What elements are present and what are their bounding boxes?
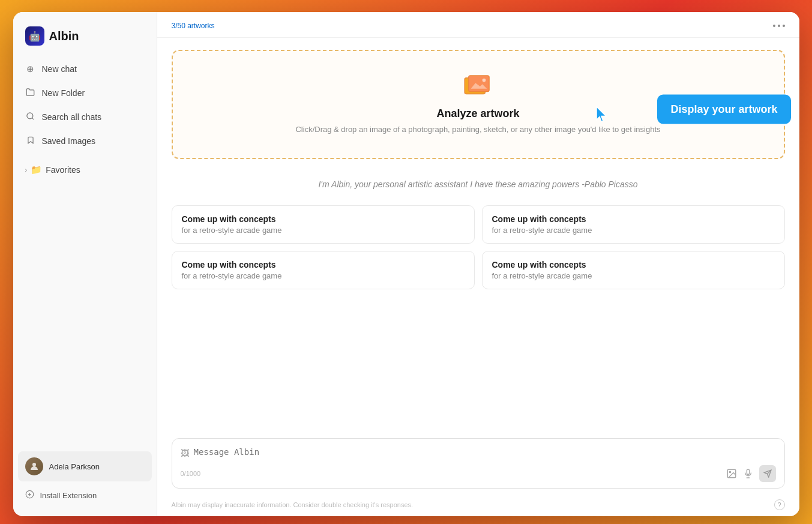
sidebar: 🤖 Albin ⊕ New chat New Folder Search all… (13, 12, 157, 516)
app-name: Albin (49, 29, 79, 43)
suggestion-title: Come up with concepts (492, 260, 775, 270)
install-extension[interactable]: Install Extension (18, 484, 152, 507)
install-icon (25, 490, 34, 501)
suggestion-card[interactable]: Come up with concepts for a retro-style … (482, 205, 785, 244)
tooltip-text: Display your artwork (670, 103, 777, 116)
suggestion-subtitle: for a retro-style arcade game (492, 271, 775, 280)
display-artwork-tooltip[interactable]: Display your artwork (657, 95, 790, 124)
suggestion-card[interactable]: Come up with concepts for a retro-style … (172, 205, 475, 244)
artwork-upload-icon (464, 75, 493, 99)
upload-zone-subtitle: Click/Drag & drop an image of a photogra… (185, 125, 772, 134)
sidebar-item-label: Saved Images (42, 136, 96, 146)
svg-rect-12 (747, 469, 749, 475)
input-area: 🖼 0/1000 (157, 438, 799, 496)
sidebar-bottom: Adela Parkson Install Extension (13, 447, 157, 507)
svg-rect-8 (468, 76, 489, 92)
logo-icon: 🤖 (25, 26, 44, 46)
svg-point-0 (27, 113, 33, 119)
image-attach-button[interactable] (726, 468, 737, 479)
sidebar-item-label: New Folder (42, 88, 85, 98)
sidebar-item-new-folder[interactable]: New Folder (18, 82, 152, 104)
upload-zone-container: Analyze artwork Click/Drag & drop an ima… (172, 50, 785, 169)
main-header: 3/50 artworks (157, 12, 799, 38)
more-options-button[interactable] (773, 25, 785, 27)
suggestion-title: Come up with concepts (182, 260, 465, 270)
favorites-label: Favorites (46, 165, 80, 175)
tagline: I'm Albin, your personal artistic assist… (172, 178, 785, 191)
sidebar-item-new-chat[interactable]: ⊕ New chat (18, 58, 152, 80)
sidebar-item-label: Search all chats (42, 112, 102, 122)
install-label: Install Extension (40, 491, 97, 500)
suggestion-card[interactable]: Come up with concepts for a retro-style … (172, 251, 475, 289)
suggestion-subtitle: for a retro-style arcade game (492, 226, 775, 235)
main-content: 3/50 artworks (157, 12, 799, 516)
chevron-right-icon: › (25, 166, 28, 173)
char-count: 0/1000 (181, 470, 201, 477)
sidebar-item-favorites[interactable]: › 📁 Favorites (18, 158, 152, 181)
dot (783, 25, 785, 27)
svg-point-2 (32, 463, 36, 466)
message-input[interactable] (194, 447, 776, 459)
message-icon: 🖼 (181, 447, 189, 458)
sidebar-item-saved-images[interactable]: Saved Images (18, 130, 152, 152)
svg-line-1 (32, 118, 34, 119)
user-name: Adela Parkson (49, 462, 100, 471)
new-folder-icon (25, 88, 36, 98)
sidebar-item-search[interactable]: Search all chats (18, 106, 152, 128)
suggestions-grid: Come up with concepts for a retro-style … (172, 205, 785, 289)
disclaimer: Albin may display inaccurate information… (172, 501, 414, 508)
input-bottom-row: 0/1000 (181, 465, 776, 482)
favorites-folder-icon: 📁 (31, 164, 42, 175)
search-icon (25, 112, 36, 122)
svg-point-9 (482, 79, 486, 82)
suggestion-title: Come up with concepts (492, 214, 775, 224)
dot (778, 25, 780, 27)
artworks-badge: 3/50 artworks (172, 22, 215, 30)
input-actions (726, 465, 776, 482)
sidebar-item-label: New chat (42, 64, 77, 74)
message-input-row: 🖼 (181, 447, 776, 459)
sidebar-navigation: ⊕ New chat New Folder Search all chats (13, 58, 157, 181)
dot (773, 25, 775, 27)
suggestion-subtitle: for a retro-style arcade game (182, 271, 465, 280)
suggestion-title: Come up with concepts (182, 214, 465, 224)
help-button[interactable]: ? (774, 499, 785, 510)
microphone-button[interactable] (743, 468, 753, 479)
send-button[interactable] (759, 465, 776, 482)
bookmark-icon (25, 136, 36, 146)
suggestion-subtitle: for a retro-style arcade game (182, 226, 465, 235)
user-profile[interactable]: Adela Parkson (18, 451, 152, 481)
avatar (25, 457, 43, 475)
cursor-icon (594, 106, 611, 125)
new-chat-icon: ⊕ (25, 64, 36, 74)
suggestion-card[interactable]: Come up with concepts for a retro-style … (482, 251, 785, 289)
help-label: ? (777, 501, 781, 508)
message-box: 🖼 0/1000 (172, 438, 785, 489)
chat-area: Analyze artwork Click/Drag & drop an ima… (157, 38, 799, 438)
footer: Albin may display inaccurate information… (157, 496, 799, 516)
svg-point-11 (729, 471, 730, 472)
app-logo: 🤖 Albin (13, 22, 157, 58)
